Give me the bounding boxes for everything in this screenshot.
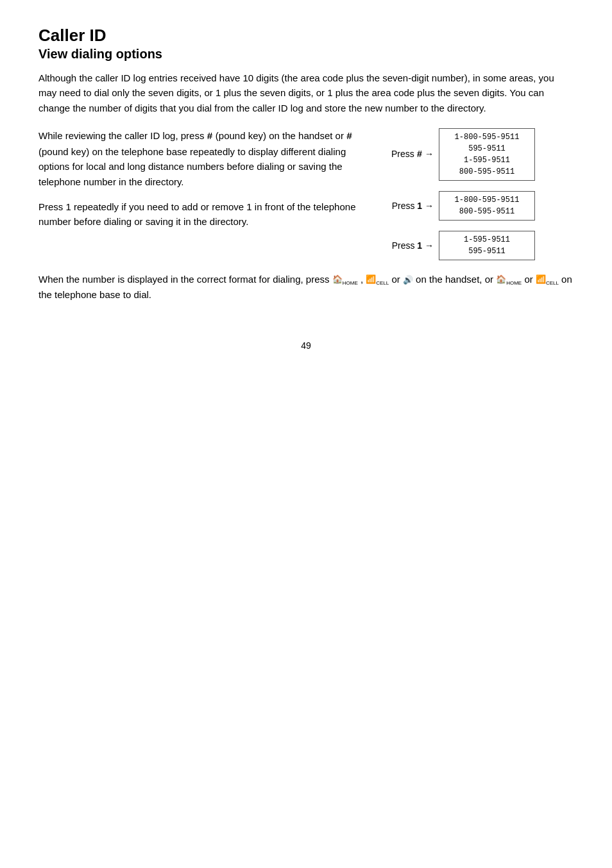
press-label-3: Press 1 → [387, 240, 434, 251]
comma-separator: , [361, 274, 366, 285]
diagram-row-3: Press 1 → 1-595-9511 595-9511 [387, 231, 574, 260]
display-line-3-1: 1-595-9511 [446, 234, 528, 246]
pound-key-2: # [346, 131, 352, 142]
phone-display-1: 1-800-595-9511 595-9511 1-595-9511 800-5… [439, 128, 535, 181]
display-line-1-4: 800-595-9511 [446, 166, 528, 178]
pound-key-1: # [207, 131, 213, 142]
display-line-2-1: 1-800-595-9511 [446, 194, 528, 206]
content-area: While reviewing the caller ID log, press… [38, 128, 574, 260]
bottom-text-start: When the number is displayed in the corr… [38, 274, 332, 285]
para1-mid: (pound key) on the handset or [213, 130, 346, 141]
para1-end: (pound key) on the telephone base repeat… [38, 146, 346, 187]
diagram-area: Press # → 1-800-595-9511 595-9511 1-595-… [387, 128, 574, 260]
phone-display-2: 1-800-595-9511 800-595-9511 [439, 191, 535, 221]
paragraph-2: Press 1 repeatedly if you need to add or… [38, 199, 375, 230]
press-label-2: Press 1 → [387, 201, 434, 211]
press-label-1: Press # → [387, 149, 434, 160]
or-text: or [391, 274, 403, 285]
diagram-row-2: Press 1 → 1-800-595-9511 800-595-9511 [387, 191, 574, 221]
or-text-2: or [524, 274, 536, 285]
intro-paragraph: Although the caller ID log entries recei… [38, 71, 574, 115]
page-title: Caller ID [38, 26, 574, 46]
display-line-1-2: 595-9511 [446, 143, 528, 154]
paragraph-1: While reviewing the caller ID log, press… [38, 128, 375, 189]
diagram-row-1: Press # → 1-800-595-9511 595-9511 1-595-… [387, 128, 574, 181]
display-line-3-2: 595-9511 [446, 246, 528, 257]
cell-icon: 📶CELL [366, 273, 389, 287]
speaker-icon: 🔊 [403, 274, 413, 287]
home-icon: 🏠HOME [332, 273, 358, 287]
section-title: View dialing options [38, 47, 574, 62]
display-line-2-2: 800-595-9511 [446, 206, 528, 217]
cell-icon-2: 📶CELL [536, 273, 559, 287]
phone-display-3: 1-595-9511 595-9511 [439, 231, 535, 260]
left-text: While reviewing the caller ID log, press… [38, 128, 375, 240]
display-line-1-1: 1-800-595-9511 [446, 131, 528, 143]
home-icon-2: 🏠HOME [496, 273, 522, 287]
page-number: 49 [38, 340, 574, 351]
display-line-1-3: 1-595-9511 [446, 154, 528, 166]
para1-start: While reviewing the caller ID log, press [38, 130, 207, 141]
bottom-text-on-handset: on the handset, or [416, 274, 496, 285]
bottom-text: When the number is displayed in the corr… [38, 272, 574, 302]
